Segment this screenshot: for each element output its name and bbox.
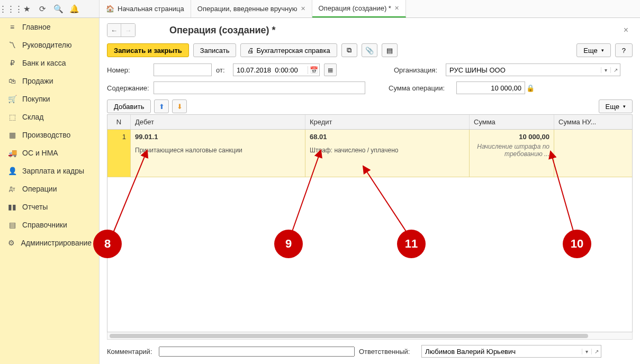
- sidebar-item-reports[interactable]: ▮▮Отчеты: [0, 198, 99, 216]
- open-icon[interactable]: ↗: [610, 67, 620, 73]
- tab-operation-create[interactable]: Операция (создание) * ✕: [312, 0, 406, 17]
- col-sum[interactable]: Сумма: [470, 115, 554, 129]
- table-row[interactable]: 1 99.01.1 Причитающиеся налоговые санкци…: [107, 130, 632, 177]
- list-button[interactable]: ▤: [382, 43, 398, 57]
- gear-icon: ⚙: [7, 239, 16, 247]
- sidebar-item-sales[interactable]: 🛍Продажи: [0, 72, 99, 90]
- sidebar-item-label: Зарплата и кадры: [22, 167, 84, 175]
- comment-field[interactable]: [159, 347, 355, 357]
- content-area: ← → Операция (создание) * × Записать и з…: [100, 18, 640, 364]
- sidebar-item-label: Отчеты: [22, 203, 48, 211]
- cell-sumnu[interactable]: [554, 130, 632, 177]
- dtkr-icon: Дт: [7, 186, 17, 192]
- number-field[interactable]: [154, 63, 212, 76]
- search-icon[interactable]: 🔍: [51, 2, 66, 16]
- responsible-field[interactable]: [422, 345, 582, 357]
- home-icon: 🏠: [106, 5, 114, 13]
- comment-label: Комментарий:: [107, 348, 155, 356]
- sidebar-item-label: Производство: [22, 131, 70, 139]
- truck-icon: 🚚: [7, 149, 17, 157]
- table-more-button[interactable]: Еще: [599, 99, 633, 113]
- date-extra-button[interactable]: ▦: [324, 63, 337, 76]
- col-sumnu[interactable]: Сумма НУ...: [554, 115, 632, 129]
- sidebar-item-warehouse[interactable]: ⬚Склад: [0, 108, 99, 126]
- number-label: Номер:: [107, 66, 149, 74]
- content-field[interactable]: [154, 81, 365, 94]
- responsible-combo[interactable]: ▾ ↗: [421, 345, 601, 358]
- sidebar-item-label: Покупки: [22, 95, 50, 103]
- history-icon[interactable]: ⟳: [35, 2, 50, 16]
- sidebar-item-operations[interactable]: ДтОперации: [0, 180, 99, 198]
- more-button[interactable]: Еще: [576, 43, 610, 57]
- col-n[interactable]: N: [107, 115, 131, 129]
- org-field[interactable]: [446, 64, 601, 76]
- cell-debit[interactable]: 99.01.1 Причитающиеся налоговые санкции: [131, 130, 305, 177]
- sidebar-item-catalogs[interactable]: ▤Справочники: [0, 216, 99, 234]
- grid-header: N Дебет Кредит Сумма Сумма НУ...: [107, 115, 632, 130]
- nav-back-button[interactable]: ←: [107, 24, 121, 37]
- sidebar-item-hr[interactable]: 👤Зарплата и кадры: [0, 162, 99, 180]
- bell-icon[interactable]: 🔔: [67, 2, 82, 16]
- page-title: Операция (создание) *: [169, 25, 276, 36]
- close-button[interactable]: ×: [619, 23, 633, 37]
- nav-forward-button[interactable]: →: [121, 24, 135, 37]
- ruble-icon: ₽: [7, 59, 17, 67]
- people-icon: 👤: [7, 167, 17, 175]
- star-icon[interactable]: ★: [19, 2, 34, 16]
- date-field-wrap: 📅: [233, 63, 320, 76]
- col-credit[interactable]: Кредит: [305, 115, 470, 129]
- cell-n[interactable]: 1: [107, 130, 131, 177]
- chevron-down-icon[interactable]: ▾: [582, 349, 591, 354]
- sidebar-item-admin[interactable]: ⚙Администрирование: [0, 234, 99, 252]
- callout-9: 9: [274, 230, 303, 258]
- factory-icon: ▦: [7, 131, 17, 139]
- tab-label: Операции, введенные вручную: [197, 5, 298, 13]
- add-button[interactable]: Добавить: [107, 99, 151, 113]
- report-button[interactable]: 🖨Бухгалтерская справка: [240, 43, 337, 57]
- help-button[interactable]: ?: [615, 43, 633, 57]
- open-icon[interactable]: ↗: [591, 349, 601, 354]
- save-close-button[interactable]: Записать и закрыть: [107, 43, 189, 57]
- move-up-button[interactable]: ⬆: [154, 99, 169, 113]
- cell-credit[interactable]: 68.01 Штраф: начислено / уплачено: [305, 130, 470, 177]
- credit-account: 68.01: [310, 133, 465, 141]
- grid-body[interactable]: 1 99.01.1 Причитающиеся налоговые санкци…: [107, 130, 632, 332]
- cell-sum[interactable]: 10 000,00 Начисление штрафа по требовани…: [470, 130, 554, 177]
- nav-arrows: ← →: [107, 23, 136, 37]
- org-combo[interactable]: ▾ ↗: [446, 63, 620, 76]
- link-button[interactable]: ⧉: [341, 43, 357, 57]
- top-bar: ⋮⋮⋮ ★ ⟳ 🔍 🔔 🏠 Начальная страница Операци…: [0, 0, 640, 18]
- attach-button[interactable]: 📎: [362, 43, 377, 57]
- sidebar-item-assets[interactable]: 🚚ОС и НМА: [0, 144, 99, 162]
- chevron-down-icon[interactable]: ▾: [601, 67, 610, 73]
- close-icon[interactable]: ✕: [301, 5, 305, 12]
- tab-operations-list[interactable]: Операции, введенные вручную ✕: [191, 0, 312, 17]
- sidebar-item-bank[interactable]: ₽Банк и касса: [0, 54, 99, 72]
- sidebar-item-label: Банк и касса: [22, 59, 66, 67]
- top-icons-group: ⋮⋮⋮ ★ ⟳ 🔍 🔔: [0, 0, 100, 17]
- close-icon[interactable]: ✕: [394, 5, 399, 12]
- date-field[interactable]: [233, 64, 308, 76]
- entries-grid: N Дебет Кредит Сумма Сумма НУ... 1 99.01…: [107, 114, 633, 332]
- sidebar-item-production[interactable]: ▦Производство: [0, 126, 99, 144]
- org-label: Организация:: [394, 66, 441, 74]
- horizontal-scrollbar[interactable]: [107, 332, 633, 340]
- move-down-button[interactable]: ⬇: [172, 99, 187, 113]
- sidebar-item-purchases[interactable]: 🛒Покупки: [0, 90, 99, 108]
- tab-home[interactable]: 🏠 Начальная страница: [100, 0, 191, 17]
- sidebar-item-label: ОС и НМА: [22, 149, 58, 157]
- col-debit[interactable]: Дебет: [131, 115, 305, 129]
- content-label: Содержание:: [107, 84, 149, 92]
- lock-icon: 🔒: [525, 81, 536, 94]
- tab-label: Начальная страница: [118, 5, 184, 13]
- sum-field[interactable]: [456, 81, 525, 94]
- sidebar-item-main[interactable]: ≡Главное: [0, 18, 99, 36]
- amount-value: 10 000,00: [474, 133, 549, 141]
- sidebar-item-label: Операции: [22, 185, 57, 193]
- apps-icon[interactable]: ⋮⋮⋮: [3, 2, 18, 16]
- sidebar-item-manager[interactable]: 〽Руководителю: [0, 36, 99, 54]
- save-button[interactable]: Записать: [193, 43, 237, 57]
- chart-icon: 〽: [7, 41, 17, 49]
- callout-11: 11: [397, 230, 426, 258]
- calendar-icon[interactable]: 📅: [308, 66, 319, 74]
